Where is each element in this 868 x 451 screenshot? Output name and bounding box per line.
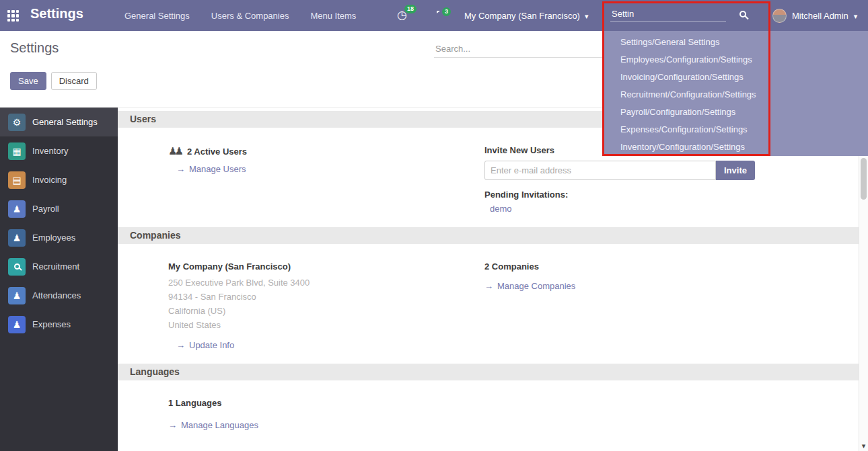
menu-search-input[interactable]	[610, 7, 726, 22]
menu-search-result[interactable]: Settings/General Settings	[602, 34, 868, 51]
user-name: Mitchell Admin	[792, 11, 848, 21]
invoice-document-icon: ▤	[8, 171, 26, 189]
menu-search-result[interactable]: Inventory/Configuration/Settings	[602, 138, 868, 156]
sidebar-item-invoicing[interactable]: ▤ Invoicing	[0, 165, 118, 194]
pending-invitations-label: Pending Invitations:	[484, 190, 859, 200]
sidebar-item-recruitment[interactable]: Recruitment	[0, 252, 118, 281]
apps-menu-icon[interactable]	[7, 10, 19, 22]
boxes-icon: ▦	[8, 142, 26, 160]
sidebar-item-employees[interactable]: ♟ Employees	[0, 223, 118, 252]
company-switcher[interactable]: My Company (San Francisco)	[464, 0, 588, 31]
topbar-menu: General Settings Users & Companies Menu …	[124, 0, 356, 31]
sidebar-item-payroll[interactable]: ♟ Payroll	[0, 194, 118, 223]
menu-search-result[interactable]: Expenses/Configuration/Settings	[602, 121, 868, 138]
breadcrumb: Settings	[10, 40, 59, 56]
top-navbar: Settings General Settings Users & Compan…	[0, 0, 868, 31]
activities-button[interactable]: 18	[397, 8, 407, 22]
app-title[interactable]: Settings	[30, 6, 83, 22]
menu-search-result[interactable]: Payroll/Configuration/Settings	[602, 104, 868, 121]
manage-users-link[interactable]: Manage Users	[176, 164, 246, 174]
sidebar-item-label: Payroll	[32, 204, 59, 214]
menu-search-result[interactable]: Employees/Configuration/Settings	[602, 51, 868, 69]
activities-badge: 18	[404, 5, 417, 13]
address-line: 94134 - San Francisco	[168, 290, 484, 304]
address-line: 250 Executive Park Blvd, Suite 3400	[168, 276, 484, 290]
sidebar-item-label: Invoicing	[32, 175, 67, 185]
action-buttons: Save Discard	[10, 72, 97, 90]
menu-general-settings[interactable]: General Settings	[124, 11, 190, 21]
invite-form: Invite	[484, 161, 859, 180]
invite-button[interactable]: Invite	[716, 161, 755, 180]
user-menu[interactable]: Mitchell Admin	[772, 0, 857, 31]
pending-user-link[interactable]: demo	[490, 204, 512, 214]
section-companies: My Company (San Francisco) 250 Executive…	[118, 261, 859, 350]
manage-languages-link[interactable]: Manage Languages	[168, 420, 258, 430]
section-header-languages: Languages	[118, 364, 859, 380]
menu-users-companies[interactable]: Users & Companies	[211, 11, 289, 21]
sidebar-item-general-settings[interactable]: ⚙ General Settings	[0, 108, 118, 136]
menu-search-dropdown: Settings/General Settings Employees/Conf…	[602, 31, 868, 156]
update-info-link[interactable]: Update Info	[176, 340, 234, 350]
address-line: United States	[168, 318, 484, 332]
employees-people-icon: ♟	[8, 229, 26, 247]
attendance-person-icon: ♟	[8, 287, 26, 304]
scrollbar-down-arrow[interactable]	[859, 440, 868, 450]
active-users-count: 2 Active Users	[187, 147, 247, 157]
users-group-icon	[168, 145, 181, 157]
arrow-right-icon	[484, 281, 493, 291]
sidebar-item-inventory[interactable]: ▦ Inventory	[0, 136, 118, 165]
languages-count: 1 Languages	[168, 398, 484, 408]
arrow-right-icon	[176, 164, 185, 174]
search-icon[interactable]	[739, 11, 746, 17]
settings-content: Users 2 Active Users Manage Users Invite…	[118, 108, 859, 451]
sidebar-item-label: Expenses	[32, 319, 71, 329]
languages-left-column: 1 Languages Manage Languages	[168, 398, 484, 430]
company-name: My Company (San Francisco)	[464, 11, 580, 21]
messages-badge: 3	[442, 7, 451, 16]
section-header-companies: Companies	[118, 227, 859, 244]
gear-icon: ⚙	[8, 114, 26, 131]
avatar	[772, 9, 787, 23]
menu-menu-items[interactable]: Menu Items	[310, 11, 356, 21]
scrollbar-thumb[interactable]	[861, 158, 867, 200]
invite-email-input[interactable]	[484, 161, 716, 180]
sidebar-item-label: Inventory	[32, 146, 68, 156]
sidebar-item-expenses[interactable]: ♟ Expenses	[0, 310, 118, 339]
company-address: 250 Executive Park Blvd, Suite 3400 9413…	[168, 276, 484, 332]
address-line: California (US)	[168, 304, 484, 318]
companies-right-column: 2 Companies Manage Companies	[484, 261, 859, 350]
companies-count: 2 Companies	[484, 261, 859, 272]
discard-button[interactable]: Discard	[51, 72, 97, 90]
companies-left-column: My Company (San Francisco) 250 Executive…	[168, 261, 484, 350]
users-left-column: 2 Active Users Manage Users	[168, 145, 484, 214]
sidebar-item-attendances[interactable]: ♟ Attendances	[0, 281, 118, 310]
sidebar-item-label: Attendances	[32, 290, 81, 300]
section-languages: 1 Languages Manage Languages	[118, 398, 859, 430]
save-button[interactable]: Save	[10, 72, 46, 90]
settings-sidebar: ⚙ General Settings ▦ Inventory ▤ Invoici…	[0, 108, 118, 451]
expense-person-icon: ♟	[8, 316, 26, 333]
company-name: My Company (San Francisco)	[168, 261, 484, 272]
arrow-right-icon	[168, 420, 177, 430]
manage-companies-link[interactable]: Manage Companies	[484, 281, 575, 291]
menu-search-result[interactable]: Recruitment/Configuration/Settings	[602, 86, 868, 104]
payroll-person-icon: ♟	[8, 200, 26, 218]
chevron-down-icon	[854, 11, 858, 21]
chevron-down-icon	[585, 11, 589, 21]
vertical-scrollbar[interactable]	[859, 108, 868, 451]
magnifier-person-icon	[8, 258, 26, 276]
menu-search-result[interactable]: Invoicing/Configuration/Settings	[602, 69, 868, 86]
sidebar-item-label: Recruitment	[32, 261, 79, 272]
menu-search-box	[602, 0, 770, 31]
sidebar-item-label: Employees	[32, 233, 75, 243]
arrow-right-icon	[176, 340, 185, 350]
sidebar-item-label: General Settings	[32, 117, 98, 127]
